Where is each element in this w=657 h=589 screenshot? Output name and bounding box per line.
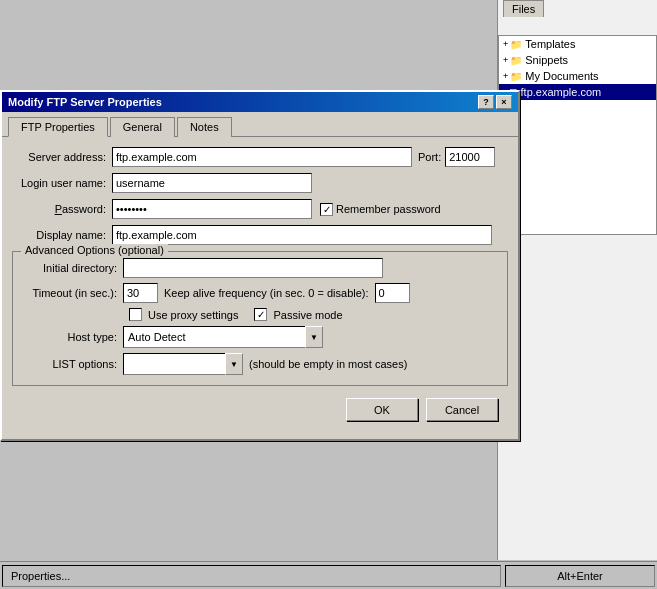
options-checkboxes-row: Use proxy settings Passive mode: [129, 308, 497, 321]
use-proxy-checkbox[interactable]: [129, 308, 142, 321]
list-options-select-wrapper: ▼: [123, 353, 243, 375]
passive-mode-checkbox[interactable]: [254, 308, 267, 321]
display-name-label: Display name:: [12, 229, 112, 241]
tab-bar: FTP Properties General Notes: [2, 112, 518, 136]
list-options-label: LIST options:: [23, 358, 123, 370]
password-label: Password:: [12, 203, 112, 215]
file-tree: + 📁 Templates + 📁 Snippets + 📁 My Docume…: [498, 35, 657, 235]
tree-item-label: My Documents: [525, 70, 598, 82]
tree-item-snippets[interactable]: + 📁 Snippets: [499, 52, 656, 68]
passive-mode-option: Passive mode: [254, 308, 342, 321]
tree-item-ftp[interactable]: 🖥 ftp.example.com: [499, 84, 656, 100]
titlebar-buttons: ? ×: [478, 95, 512, 109]
port-label: Port:: [418, 151, 441, 163]
tab-general[interactable]: General: [110, 117, 175, 137]
initial-dir-input[interactable]: [123, 258, 383, 278]
advanced-options-group: Advanced Options (optional) Initial dire…: [12, 251, 508, 386]
login-user-row: Login user name:: [12, 173, 508, 193]
expand-icon: +: [503, 55, 508, 65]
folder-icon: 📁: [510, 39, 522, 50]
tree-item-label: ftp.example.com: [521, 86, 602, 98]
list-options-note: (should be empty in most cases): [249, 358, 407, 370]
list-options-row: LIST options: ▼ (should be empty in most…: [23, 353, 497, 375]
timeout-row: Timeout (in sec.): Keep alive frequency …: [23, 283, 497, 303]
server-address-row: Server address: Port:: [12, 147, 508, 167]
dialog-content: Server address: Port: Login user name: P…: [2, 136, 518, 439]
modify-ftp-dialog: Modify FTP Server Properties ? × FTP Pro…: [0, 90, 520, 441]
password-row: Password: Remember password: [12, 199, 508, 219]
tree-item-label: Snippets: [525, 54, 568, 66]
remember-password-checkbox[interactable]: [320, 203, 333, 216]
tree-item-label: Templates: [525, 38, 575, 50]
initial-dir-label: Initial directory:: [23, 262, 123, 274]
host-type-select-wrapper: Auto Detect Unix Windows VMS Custom ▼: [123, 326, 323, 348]
password-input[interactable]: [112, 199, 312, 219]
list-options-select[interactable]: [123, 353, 243, 375]
keepalive-input[interactable]: [375, 283, 410, 303]
use-proxy-label: Use proxy settings: [148, 309, 238, 321]
file-panel: Files + 📁 Templates + 📁 Snippets + 📁 My …: [497, 0, 657, 560]
folder-icon: 📁: [510, 55, 522, 66]
display-name-input[interactable]: [112, 225, 492, 245]
expand-icon: +: [503, 71, 508, 81]
status-left: Properties...: [2, 565, 501, 587]
server-address-label: Server address:: [12, 151, 112, 163]
host-type-label: Host type:: [23, 331, 123, 343]
server-address-input[interactable]: [112, 147, 412, 167]
timeout-input[interactable]: [123, 283, 158, 303]
tree-item-templates[interactable]: + 📁 Templates: [499, 36, 656, 52]
tab-notes[interactable]: Notes: [177, 117, 232, 137]
remember-password-label: Remember password: [336, 203, 441, 215]
dialog-titlebar: Modify FTP Server Properties ? ×: [2, 92, 518, 112]
advanced-legend: Advanced Options (optional): [21, 244, 168, 256]
login-user-label: Login user name:: [12, 177, 112, 189]
cancel-button[interactable]: Cancel: [426, 398, 498, 421]
timeout-label: Timeout (in sec.):: [23, 287, 123, 299]
files-tab[interactable]: Files: [503, 0, 544, 17]
use-proxy-option: Use proxy settings: [129, 308, 238, 321]
close-button[interactable]: ×: [496, 95, 512, 109]
port-input[interactable]: [445, 147, 495, 167]
tab-ftp-properties[interactable]: FTP Properties: [8, 117, 108, 137]
dialog-buttons: OK Cancel: [12, 390, 508, 429]
passive-mode-label: Passive mode: [273, 309, 342, 321]
help-button[interactable]: ?: [478, 95, 494, 109]
tree-item-mydocs[interactable]: + 📁 My Documents: [499, 68, 656, 84]
status-right: Alt+Enter: [505, 565, 655, 587]
remember-row: Remember password: [320, 203, 441, 216]
folder-icon: 📁: [510, 71, 522, 82]
host-type-select[interactable]: Auto Detect Unix Windows VMS Custom: [123, 326, 323, 348]
initial-dir-row: Initial directory:: [23, 258, 497, 278]
host-type-row: Host type: Auto Detect Unix Windows VMS …: [23, 326, 497, 348]
dialog-title: Modify FTP Server Properties: [8, 96, 162, 108]
status-bar: Properties... Alt+Enter: [0, 561, 657, 589]
login-user-input[interactable]: [112, 173, 312, 193]
display-name-row: Display name:: [12, 225, 508, 245]
keepalive-label: Keep alive frequency (in sec. 0 = disabl…: [164, 287, 369, 299]
ok-button[interactable]: OK: [346, 398, 418, 421]
expand-icon: +: [503, 39, 508, 49]
